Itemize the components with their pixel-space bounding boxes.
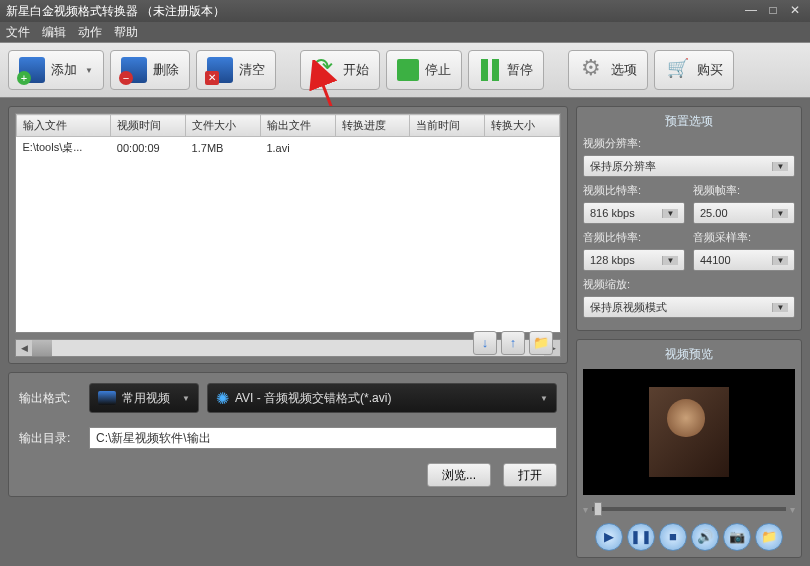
fps-label: 视频帧率: [693, 183, 795, 198]
monitor-icon [98, 391, 116, 405]
pause-player-button[interactable]: ❚❚ [627, 523, 655, 551]
menu-edit[interactable]: 编辑 [42, 24, 66, 41]
vbitrate-select[interactable]: 816 kbps▼ [583, 202, 685, 224]
chevron-down-icon: ▼ [662, 209, 678, 218]
pause-button[interactable]: 暂停 [468, 50, 544, 90]
window-controls: — □ ✕ [742, 4, 804, 18]
col-output[interactable]: 输出文件 [260, 115, 335, 137]
preview-panel: 视频预览 ▾ ▾ ▶ ❚❚ ■ 🔊 📷 📁 [576, 339, 802, 558]
marker-end-icon[interactable]: ▾ [790, 504, 795, 515]
abitrate-select[interactable]: 128 kbps▼ [583, 249, 685, 271]
cart-icon [665, 57, 691, 83]
preview-title: 视频预览 [583, 346, 795, 363]
pause-icon [479, 59, 501, 81]
toolbar: 添加 ▼ 删除 清空 开始 停止 暂停 选项 购买 [0, 42, 810, 98]
clear-button[interactable]: 清空 [196, 50, 276, 90]
menu-action[interactable]: 动作 [78, 24, 102, 41]
options-button[interactable]: 选项 [568, 50, 648, 90]
preset-panel: 预置选项 视频分辨率: 保持原分辨率▼ 视频比特率: 816 kbps▼ 视频帧… [576, 106, 802, 331]
chevron-down-icon: ▼ [540, 394, 548, 403]
close-button[interactable]: ✕ [786, 4, 804, 18]
delete-icon [121, 57, 147, 83]
move-down-button[interactable]: ↓ [473, 331, 497, 355]
resolution-label: 视频分辨率: [583, 136, 795, 151]
col-progress[interactable]: 转换进度 [335, 115, 410, 137]
stop-player-button[interactable]: ■ [659, 523, 687, 551]
output-format-label: 输出格式: [19, 390, 81, 407]
chevron-down-icon: ▼ [772, 256, 788, 265]
video-frame [649, 387, 729, 477]
menu-file[interactable]: 文件 [6, 24, 30, 41]
zoom-label: 视频缩放: [583, 277, 795, 292]
open-button[interactable]: 打开 [503, 463, 557, 487]
col-input[interactable]: 输入文件 [17, 115, 111, 137]
buy-button[interactable]: 购买 [654, 50, 734, 90]
window-title: 新星白金视频格式转换器 （未注册版本） [6, 3, 742, 20]
col-curtime[interactable]: 当前时间 [410, 115, 485, 137]
player-controls: ▶ ❚❚ ■ 🔊 📷 📁 [583, 523, 795, 551]
zoom-select[interactable]: 保持原视频模式▼ [583, 296, 795, 318]
folder-button[interactable]: 📁 [755, 523, 783, 551]
start-icon [311, 57, 337, 83]
format-icon: ✺ [216, 389, 229, 408]
delete-button[interactable]: 删除 [110, 50, 190, 90]
chevron-down-icon: ▼ [85, 66, 93, 75]
play-button[interactable]: ▶ [595, 523, 623, 551]
clear-icon [207, 57, 233, 83]
scroll-thumb[interactable] [32, 340, 52, 356]
col-duration[interactable]: 视频时间 [111, 115, 186, 137]
menu-help[interactable]: 帮助 [114, 24, 138, 41]
marker-start-icon[interactable]: ▾ [583, 504, 588, 515]
col-size[interactable]: 文件大小 [186, 115, 261, 137]
chevron-down-icon: ▼ [772, 162, 788, 171]
col-convsize[interactable]: 转换大小 [485, 115, 560, 137]
slider-thumb[interactable] [594, 502, 602, 516]
category-combo[interactable]: 常用视频 ▼ [89, 383, 199, 413]
output-dir-input[interactable] [89, 427, 557, 449]
progress-slider[interactable] [592, 507, 786, 511]
chevron-down-icon: ▼ [772, 209, 788, 218]
vbitrate-label: 视频比特率: [583, 183, 685, 198]
minimize-button[interactable]: — [742, 4, 760, 18]
table-row[interactable]: E:\tools\桌... 00:00:09 1.7MB 1.avi [17, 137, 560, 159]
stop-icon [397, 59, 419, 81]
scroll-left-icon[interactable]: ◀ [16, 340, 32, 356]
snapshot-button[interactable]: 📷 [723, 523, 751, 551]
output-dir-label: 输出目录: [19, 430, 81, 447]
abitrate-label: 音频比特率: [583, 230, 685, 245]
menubar: 文件 编辑 动作 帮助 [0, 22, 810, 42]
volume-button[interactable]: 🔊 [691, 523, 719, 551]
file-table[interactable]: 输入文件 视频时间 文件大小 输出文件 转换进度 当前时间 转换大小 E:\to… [15, 113, 561, 333]
move-up-button[interactable]: ↑ [501, 331, 525, 355]
add-icon [19, 57, 45, 83]
asample-label: 音频采样率: [693, 230, 795, 245]
asample-select[interactable]: 44100▼ [693, 249, 795, 271]
output-panel: 输出格式: 常用视频 ▼ ✺ AVI - 音频视频交错格式(*.avi) ▼ 输… [8, 372, 568, 497]
fps-select[interactable]: 25.00▼ [693, 202, 795, 224]
add-button[interactable]: 添加 ▼ [8, 50, 104, 90]
file-list-panel: 输入文件 视频时间 文件大小 输出文件 转换进度 当前时间 转换大小 E:\to… [8, 106, 568, 364]
chevron-down-icon: ▼ [182, 394, 190, 403]
preset-title: 预置选项 [583, 113, 795, 130]
video-preview[interactable] [583, 369, 795, 495]
chevron-down-icon: ▼ [662, 256, 678, 265]
gear-icon [579, 57, 605, 83]
resolution-select[interactable]: 保持原分辨率▼ [583, 155, 795, 177]
open-folder-button[interactable]: 📁 [529, 331, 553, 355]
browse-button[interactable]: 浏览... [427, 463, 491, 487]
titlebar: 新星白金视频格式转换器 （未注册版本） — □ ✕ [0, 0, 810, 22]
stop-button[interactable]: 停止 [386, 50, 462, 90]
start-button[interactable]: 开始 [300, 50, 380, 90]
format-combo[interactable]: ✺ AVI - 音频视频交错格式(*.avi) ▼ [207, 383, 557, 413]
chevron-down-icon: ▼ [772, 303, 788, 312]
maximize-button[interactable]: □ [764, 4, 782, 18]
